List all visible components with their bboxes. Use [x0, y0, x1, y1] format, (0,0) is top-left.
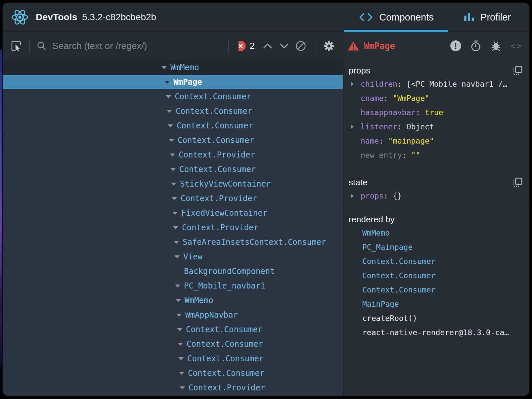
bug-icon[interactable]	[490, 40, 502, 52]
prop-value[interactable]: "mainpage"	[388, 137, 434, 145]
prop-row-new-entry[interactable]: new entry:""	[349, 148, 523, 162]
expand-collapse-arrow-icon[interactable]	[177, 328, 182, 331]
expand-collapse-arrow-icon[interactable]	[175, 285, 180, 288]
prop-row-cname[interactable]: cname:"WmPage"	[349, 91, 523, 105]
tree-row-wmmemo[interactable]: WmMemo	[3, 60, 343, 75]
prop-value[interactable]: Object	[407, 122, 434, 131]
rendered-by-item[interactable]: Context.Consumer	[349, 254, 523, 268]
colon: :	[416, 108, 420, 117]
tree-row-view[interactable]: View	[3, 249, 343, 264]
prop-row-hasappnavbar[interactable]: hasappnavbar:true	[349, 105, 523, 119]
tree-row-safeareainsetscontext-consumer[interactable]: SafeAreaInsetsContext.Consumer	[3, 235, 343, 249]
tree-row-context-provider[interactable]: Context.Provider	[3, 148, 343, 162]
prop-row-children[interactable]: children:[<PC_Mobile_navbar1 /…	[349, 77, 523, 91]
stopwatch-suspense-icon[interactable]	[470, 40, 481, 52]
tree-row-context-consumer[interactable]: Context.Consumer	[3, 322, 343, 337]
rendered-by-item: createRoot()	[349, 311, 523, 325]
colon: :	[383, 192, 388, 200]
expand-collapse-arrow-icon[interactable]	[170, 154, 175, 156]
expand-collapse-arrow-icon[interactable]	[161, 66, 167, 69]
inspected-element-panel: props children:[<PC_Mobile_navbar1 /…cna…	[343, 60, 529, 396]
tree-row-context-provider[interactable]: Context.Provider	[3, 191, 343, 206]
prop-value[interactable]: {}	[393, 192, 402, 200]
tree-row-context-provider[interactable]: Context.Provider	[3, 220, 343, 235]
state-section: state props:{}	[343, 172, 529, 203]
expand-collapse-arrow-icon[interactable]	[168, 124, 173, 127]
tree-row-stickyviewcontainer[interactable]: StickyViewContainer	[3, 177, 343, 191]
tab-components[interactable]: Components	[344, 3, 448, 32]
expand-collapse-arrow-icon[interactable]	[164, 81, 170, 84]
component-name: Context.Consumer	[175, 92, 251, 101]
tree-row-context-consumer[interactable]: Context.Consumer	[3, 366, 343, 380]
expand-collapse-arrow-icon[interactable]	[174, 255, 180, 258]
component-name: Context.Consumer	[176, 107, 252, 116]
tree-row-pc-mobile-navbar1[interactable]: PC_Mobile_navbar1	[3, 279, 343, 293]
search-input[interactable]	[52, 41, 221, 51]
expand-collapse-arrow-icon[interactable]	[180, 386, 185, 389]
expand-collapse-arrow-icon[interactable]	[179, 372, 184, 375]
tree-row-backgroundcomponent[interactable]: BackgroundComponent	[3, 264, 343, 279]
tab-profiler[interactable]: Profiler	[453, 3, 522, 32]
prop-row-name[interactable]: name:"mainpage"	[349, 134, 523, 148]
next-result-button[interactable]	[279, 42, 289, 50]
copy-props-icon[interactable]	[513, 66, 523, 75]
prop-key: name	[361, 137, 379, 145]
expand-collapse-arrow-icon[interactable]	[167, 110, 172, 113]
tree-row-context-consumer[interactable]: Context.Consumer	[3, 118, 343, 133]
expand-collapse-arrow-icon[interactable]	[172, 197, 177, 200]
expander-arrow-icon[interactable]	[351, 82, 354, 86]
expand-collapse-arrow-icon[interactable]	[170, 168, 176, 171]
tree-row-wmmemo[interactable]: WmMemo	[3, 293, 343, 308]
inspect-element-picker-button[interactable]	[10, 40, 22, 52]
expand-collapse-arrow-icon[interactable]	[178, 343, 183, 346]
expander-arrow-icon[interactable]	[351, 194, 354, 198]
error-count-badge: ×	[235, 41, 245, 51]
toggle-error-boundary-icon[interactable]: !	[450, 40, 461, 51]
component-name: StickyViewContainer	[180, 179, 271, 189]
prop-value[interactable]: "WmPage"	[393, 94, 429, 103]
tree-row-wmappnavbar[interactable]: WmAppNavbar	[3, 308, 343, 322]
tab-components-label: Components	[379, 12, 433, 23]
expander-arrow-icon[interactable]	[351, 124, 354, 129]
expand-collapse-arrow-icon[interactable]	[173, 226, 178, 229]
component-name: WmAppNavbar	[185, 310, 238, 320]
tree-row-fixedviewcontainer[interactable]: FixedViewContainer	[3, 206, 343, 220]
tree-row-context-consumer[interactable]: Context.Consumer	[3, 89, 343, 104]
colon: :	[397, 122, 402, 131]
expand-collapse-arrow-icon[interactable]	[169, 139, 174, 142]
rendered-by-item[interactable]: Context.Consumer	[349, 268, 523, 283]
tree-row-context-consumer[interactable]: Context.Consumer	[3, 104, 343, 118]
prop-row-listener[interactable]: listener:Object	[349, 119, 523, 134]
tree-row-context-consumer[interactable]: Context.Consumer	[3, 133, 343, 148]
inspected-element-header: WmPage !	[343, 32, 529, 60]
expand-collapse-arrow-icon[interactable]	[171, 183, 176, 186]
tree-row-wmpage[interactable]: WmPage	[3, 75, 343, 89]
prop-value[interactable]: true	[425, 108, 443, 117]
expand-collapse-arrow-icon[interactable]	[172, 212, 178, 215]
expand-collapse-arrow-icon[interactable]	[178, 357, 184, 360]
rendered-by-item[interactable]: WmMemo	[349, 226, 523, 240]
copy-state-icon[interactable]	[513, 177, 523, 187]
active-tab-indicator	[344, 30, 448, 32]
previous-result-button[interactable]	[263, 42, 273, 50]
view-source-icon[interactable]: <>	[510, 41, 522, 51]
rendered-by-item[interactable]: PC_Mainpage	[349, 240, 523, 254]
prop-value[interactable]: ""	[411, 151, 420, 159]
bar-chart-icon	[464, 12, 474, 23]
tree-row-context-provider[interactable]: Context.Provider	[3, 380, 343, 395]
expand-collapse-arrow-icon[interactable]	[174, 241, 179, 244]
tree-row-context-consumer[interactable]: Context.Consumer	[3, 162, 343, 177]
component-name: Context.Consumer	[177, 121, 253, 130]
expand-collapse-arrow-icon[interactable]	[176, 314, 182, 317]
prop-row-props[interactable]: props:{}	[349, 189, 523, 203]
rendered-by-item[interactable]: Context.Consumer	[349, 283, 523, 297]
clear-errors-button[interactable]	[295, 40, 306, 52]
prop-key: listener	[361, 122, 397, 131]
expand-collapse-arrow-icon[interactable]	[166, 95, 171, 98]
tree-row-context-consumer[interactable]: Context.Consumer	[3, 351, 343, 366]
rendered-by-item[interactable]: MainPage	[349, 297, 523, 311]
prop-value[interactable]: [<PC_Mobile_navbar1 /…	[407, 80, 508, 88]
tree-row-context-consumer[interactable]: Context.Consumer	[3, 337, 343, 351]
settings-gear-button[interactable]	[323, 40, 335, 52]
expand-collapse-arrow-icon[interactable]	[176, 299, 181, 302]
